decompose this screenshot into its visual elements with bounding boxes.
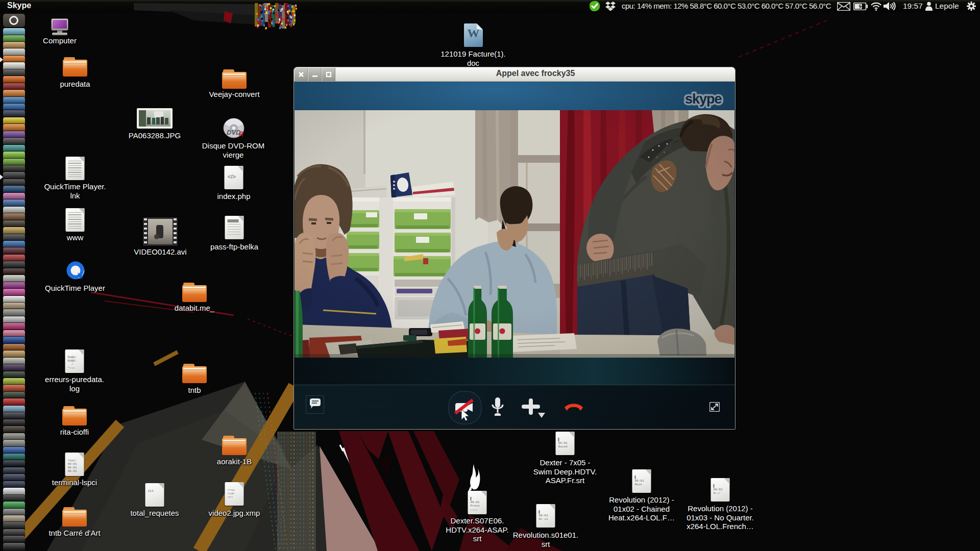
svg-text:R: R (239, 131, 243, 138)
svg-text:skype: skype (685, 91, 722, 107)
